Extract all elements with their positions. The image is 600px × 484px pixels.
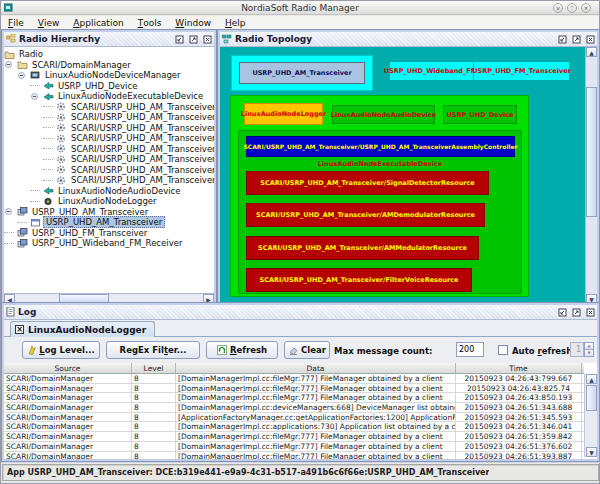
hierarchy-close-icon[interactable] (202, 34, 212, 44)
tree-connector (43, 127, 53, 128)
scrollbar-thumb[interactable] (586, 385, 597, 411)
topology-node-resource[interactable]: SCARI/USRP_UHD_AM_Transceiver/AMDemodula… (246, 203, 485, 227)
tree-connector (17, 222, 27, 223)
menu-tools[interactable]: Tools (131, 16, 169, 29)
tree-item[interactable]: SCARI/USRP_UHD_AM_Transceiver/Filt (4, 133, 214, 144)
log-row[interactable]: SCARI/DomainManager8[ApplicationFactoryM… (4, 413, 584, 423)
topology-minimize-icon[interactable] (557, 34, 567, 44)
scrollbar-thumb[interactable] (586, 87, 597, 217)
tree-item[interactable]: SCARI/USRP_UHD_AM_Transceiver/Re (4, 112, 214, 123)
scroll-up-icon[interactable]: ▲ (586, 47, 597, 57)
topology-node[interactable]: USRP_UHD_Device (443, 105, 517, 124)
menu-view[interactable]: View (31, 16, 67, 29)
scroll-down-icon[interactable]: ▼ (586, 447, 597, 457)
column-header-data[interactable]: Data (176, 363, 456, 373)
log-minimize-icon[interactable] (557, 307, 567, 317)
tree-item[interactable]: SCARI/USRP_UHD_AM_Transceiver/AM (4, 154, 214, 165)
tab-close-icon[interactable]: × (15, 325, 24, 334)
column-header-level[interactable]: Level (132, 363, 176, 373)
expander-icon[interactable] (4, 207, 17, 216)
tree-item[interactable]: USRP_UHD_Device (4, 81, 214, 92)
log-maximize-icon[interactable] (571, 307, 581, 317)
tree-item[interactable]: SCARI/USRP_UHD_AM_Transceiver/Sig (4, 165, 214, 176)
tree-item[interactable]: LinuxAudioNodeDeviceManager (4, 70, 214, 81)
clear-button[interactable]: Clear (284, 341, 330, 359)
tree-item[interactable]: SCARI/USRP_UHD_AM_Transceiver/Re (4, 102, 214, 113)
topology-canvas[interactable]: USRP_UHD_AM_Transceiver USRP_UHD_Wideban… (220, 47, 585, 304)
log-close-icon[interactable] (585, 307, 595, 317)
topology-node[interactable]: LinuxAudioNodeAudioDevice (332, 105, 435, 124)
tree-item-label: SCARI/DomainManager (30, 60, 133, 70)
log-row[interactable]: SCARI/DomainManager8[DomainManagerImpl.c… (4, 374, 584, 384)
log-row[interactable]: SCARI/DomainManager8[DomainManagerImpl.c… (4, 442, 584, 452)
column-header-source[interactable]: Source (4, 363, 132, 373)
max-message-count-input[interactable] (456, 342, 484, 357)
topology-icon (222, 34, 232, 44)
log-row[interactable]: SCARI/DomainManager8[DomainManagerImpl.c… (4, 393, 584, 403)
topology-node-selected[interactable]: USRP_UHD_AM_Transceiver (239, 62, 365, 84)
radio-hierarchy-header[interactable]: Radio Hierarchy (4, 32, 214, 47)
topology-node-resource[interactable]: SCARI/USRP_UHD_AM_Transceiver/FilterVoic… (246, 268, 472, 292)
tree-item[interactable]: LinuxAudioNodeLogger (4, 196, 214, 207)
log-cell-source: SCARI/DomainManager (4, 374, 132, 383)
tree-item[interactable]: LinuxAudioNodeExecutableDevice (4, 91, 214, 102)
tree-item[interactable]: SCARI/USRP_UHD_AM_Transceiver/US (4, 175, 214, 186)
log-row[interactable]: SCARI/DomainManager8[DomainManagerImpl.c… (4, 403, 584, 413)
log-row[interactable]: SCARI/DomainManager8[DomainManagerImpl.c… (4, 432, 584, 442)
log-table-header: SourceLevelDataTime (4, 363, 584, 374)
topology-node-assembly-controller[interactable]: SCARI/USRP_UHD_AM_Transceiver/USRP_UHD_A… (246, 136, 515, 157)
tree-item-label: USRP_UHD_AM_Transceiver (30, 207, 150, 217)
log-row[interactable]: SCARI/DomainManager8[DomainManagerImpl.c… (4, 422, 584, 432)
menu-file[interactable]: File (1, 16, 31, 29)
topology-node-resource[interactable]: SCARI/USRP_UHD_AM_Transceiver/AMModulato… (246, 236, 479, 260)
auto-refresh-checkbox[interactable] (498, 345, 508, 355)
topology-node-logger[interactable]: LinuxAudioNodeLogger (244, 103, 323, 125)
topology-node[interactable]: USRP_UHD_FM_Transceiver (473, 61, 570, 81)
topology-maximize-icon[interactable] (571, 34, 581, 44)
tree-item[interactable]: Radio (4, 49, 214, 60)
tree-item[interactable]: LinuxAudioNodeAudioDevice (4, 186, 214, 197)
titlebar[interactable]: NordiaSoft Radio Manager v ^ × (1, 1, 599, 15)
log-cell-time: 20150923 04:26:51:393.887 (456, 452, 582, 460)
menu-help[interactable]: Help (218, 16, 253, 29)
expander-icon[interactable] (4, 60, 17, 69)
log-cell-level: 8 (132, 442, 176, 451)
tree-item[interactable]: USRP_UHD_Wideband_FM_Receiver (4, 238, 214, 249)
log-tab-linuxaudionodelogger[interactable]: × LinuxAudioNodeLogger (10, 321, 155, 337)
topology-exec-device-container: SCARI/USRP_UHD_AM_Transceiver/USRP_UHD_A… (238, 130, 522, 294)
close-window-button[interactable]: × (581, 3, 591, 13)
tree-item[interactable]: USRP_UHD_AM_Transceiver (4, 217, 214, 228)
spinner-value[interactable]: 1 (570, 342, 584, 357)
hierarchy-minimize-icon[interactable] (174, 34, 184, 44)
topology-close-icon[interactable] (585, 34, 595, 44)
radio-topology-header[interactable]: Radio Topology (220, 32, 597, 47)
spinner-down-icon[interactable]: ▼ (584, 349, 594, 357)
expander-icon[interactable] (17, 71, 30, 80)
gear-icon (56, 102, 67, 111)
topology-vertical-scrollbar[interactable]: ▲ ▼ (585, 47, 597, 304)
expander-icon[interactable] (30, 92, 43, 101)
topology-node-resource[interactable]: SCARI/USRP_UHD_AM_Transceiver/SignalDete… (246, 171, 489, 195)
refresh-button[interactable]: Refresh (206, 341, 278, 359)
hierarchy-maximize-icon[interactable] (188, 34, 198, 44)
minimize-window-button[interactable]: v (553, 3, 563, 13)
log-row[interactable]: SCARI/DomainManager8[DomainManagerImpl.c… (4, 452, 584, 460)
menu-window[interactable]: Window (168, 16, 218, 29)
regex-filter-button[interactable]: RegEx Filter... (106, 341, 200, 359)
maximize-window-button[interactable]: ^ (567, 3, 577, 13)
log-header[interactable]: Log (4, 305, 597, 320)
tree-item[interactable]: USRP_UHD_FM_Transceiver (4, 228, 214, 239)
tree-connector (43, 148, 53, 149)
log-level-button[interactable]: Log Level... (22, 341, 100, 359)
log-cell-source: SCARI/DomainManager (4, 422, 132, 431)
tree-item[interactable]: SCARI/USRP_UHD_AM_Transceiver/Filt (4, 123, 214, 134)
menu-application[interactable]: Application (66, 16, 130, 29)
scroll-up-icon[interactable]: ▲ (586, 374, 597, 384)
log-vertical-scrollbar[interactable]: ▲ ▼ (584, 374, 597, 457)
column-header-time[interactable]: Time (456, 363, 582, 373)
log-frame: Log × LinuxAudioNodeLogger Max message c… (2, 303, 599, 461)
menubar: FileViewApplicationToolsWindowHelp (1, 16, 599, 30)
tree-item[interactable]: SCARI/DomainManager (4, 60, 214, 71)
log-row[interactable]: SCARI/DomainManager8[DomainManagerImpl.c… (4, 384, 584, 394)
tree-item[interactable]: SCARI/USRP_UHD_AM_Transceiver/AM (4, 144, 214, 155)
